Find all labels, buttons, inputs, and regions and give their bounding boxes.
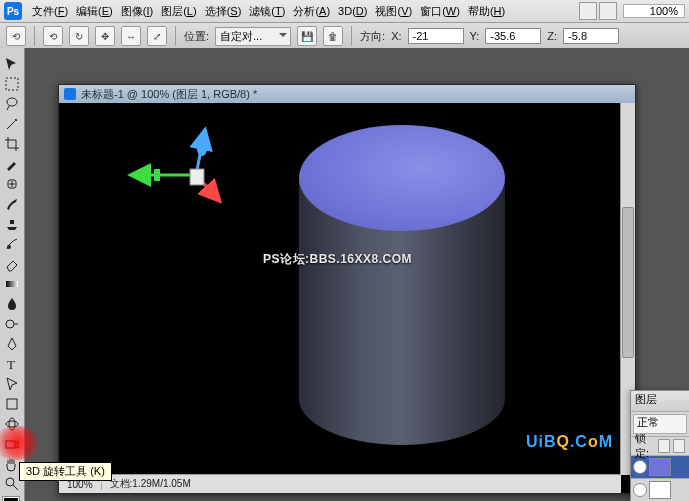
visibility-icon[interactable] — [633, 483, 647, 497]
lock-row: 锁定: — [631, 436, 689, 456]
dodge-tool[interactable] — [1, 314, 23, 333]
x-input[interactable]: -21 — [408, 28, 464, 44]
brush-tool[interactable] — [1, 194, 23, 213]
svg-point-9 — [6, 421, 18, 427]
visibility-icon[interactable] — [633, 460, 647, 474]
document-title: 未标题-1 @ 100% (图层 1, RGB/8) * — [81, 87, 257, 102]
scrollbar-thumb[interactable] — [622, 207, 634, 358]
clone-stamp-tool[interactable] — [1, 214, 23, 233]
menu-edit[interactable]: 编辑(E) — [72, 2, 117, 21]
marquee-tool[interactable] — [1, 74, 23, 93]
canvas[interactable]: PS论坛:BBS.16XX8.COM UiBQ.CoM — [59, 103, 621, 475]
eraser-tool[interactable] — [1, 254, 23, 273]
menu-view[interactable]: 视图(V) — [371, 2, 416, 21]
svg-point-4 — [7, 245, 11, 249]
layers-panel: 图层 正常 锁定: 图层 1 背景 — [630, 390, 689, 501]
path-selection-tool[interactable] — [1, 374, 23, 393]
3d-slide-icon[interactable]: ↔ — [121, 26, 141, 46]
menu-filter[interactable]: 滤镜(T) — [245, 2, 289, 21]
blur-tool[interactable] — [1, 294, 23, 313]
status-bar: 100% 文档:1.29M/1.05M — [59, 474, 621, 493]
delete-preset-icon[interactable]: 🗑 — [323, 26, 343, 46]
svg-point-6 — [6, 320, 14, 328]
crop-tool[interactable] — [1, 134, 23, 153]
svg-rect-0 — [6, 78, 18, 90]
layer-thumbnail — [649, 458, 671, 476]
menu-help[interactable]: 帮助(H) — [464, 2, 509, 21]
svg-point-2 — [15, 119, 17, 121]
active-tool-icon: ⟲ — [6, 26, 26, 46]
svg-point-16 — [197, 142, 207, 156]
svg-rect-18 — [190, 169, 204, 185]
tool-tooltip: 3D 旋转工具 (K) — [19, 462, 112, 481]
z-label: Z: — [547, 30, 557, 42]
pen-tool[interactable] — [1, 334, 23, 353]
svg-point-12 — [6, 478, 14, 486]
menubar: Ps 文件(F) 编辑(E) 图像(I) 图层(L) 选择(S) 滤镜(T) 分… — [0, 0, 689, 23]
save-preset-icon[interactable]: 💾 — [297, 26, 317, 46]
svg-rect-5 — [6, 281, 18, 287]
healing-brush-tool[interactable] — [1, 174, 23, 193]
svg-rect-8 — [7, 399, 17, 409]
brand-watermark: UiBQ.CoM — [526, 433, 613, 451]
type-tool[interactable]: T — [1, 354, 23, 373]
3d-axis-widget[interactable] — [124, 123, 234, 213]
foreground-color-swatch[interactable] — [3, 497, 19, 501]
gradient-tool[interactable] — [1, 274, 23, 293]
x-label: X: — [391, 30, 401, 42]
lock-label: 锁定: — [635, 431, 655, 461]
launch-bridge-icon[interactable] — [579, 2, 597, 20]
3d-scale-icon[interactable]: ⤢ — [147, 26, 167, 46]
history-brush-tool[interactable] — [1, 234, 23, 253]
lasso-tool[interactable] — [1, 94, 23, 113]
watermark-text: PS论坛:BBS.16XX8.COM — [263, 251, 412, 268]
view-extras-icon[interactable] — [599, 2, 617, 20]
svg-rect-11 — [6, 441, 15, 448]
svg-point-1 — [7, 98, 17, 106]
3d-camera-tool[interactable] — [1, 434, 23, 453]
lock-transparency-icon[interactable] — [658, 439, 670, 453]
3d-rotate-tool[interactable] — [1, 414, 23, 433]
layer-row[interactable]: 图层 1 — [631, 456, 689, 479]
3d-pan-icon[interactable]: ✥ — [95, 26, 115, 46]
magic-wand-tool[interactable] — [1, 114, 23, 133]
orientation-label: 方向: — [360, 29, 385, 44]
3d-roll-icon[interactable]: ↻ — [69, 26, 89, 46]
shape-tool[interactable] — [1, 394, 23, 413]
layer-row[interactable]: 背景 — [631, 479, 689, 501]
menu-file[interactable]: 文件(F) — [28, 2, 72, 21]
menu-select[interactable]: 选择(S) — [201, 2, 246, 21]
blend-mode-select[interactable]: 正常 — [633, 414, 687, 434]
document-titlebar[interactable]: 未标题-1 @ 100% (图层 1, RGB/8) * — [59, 85, 635, 104]
svg-rect-14 — [154, 169, 160, 181]
position-mode-select[interactable]: 自定对... — [215, 27, 291, 46]
menu-window[interactable]: 窗口(W) — [416, 2, 464, 21]
layer-thumbnail — [649, 481, 671, 499]
document-icon — [64, 88, 76, 100]
menu-3d[interactable]: 3D(D) — [334, 3, 371, 19]
z-input[interactable]: -5.8 — [563, 28, 619, 44]
status-docsize[interactable]: 文档:1.29M/1.05M — [102, 477, 199, 491]
3d-cylinder[interactable] — [299, 115, 505, 459]
zoom-level-field[interactable]: 100% — [623, 4, 685, 18]
layers-tab[interactable]: 图层 — [631, 391, 689, 412]
color-swatches[interactable] — [0, 497, 24, 501]
document-window: 未标题-1 @ 100% (图层 1, RGB/8) * PS论坛 — [58, 84, 636, 494]
menu-image[interactable]: 图像(I) — [117, 2, 157, 21]
options-bar: ⟲ ⟲ ↻ ✥ ↔ ⤢ 位置: 自定对... 💾 🗑 方向: X: -21 Y:… — [0, 23, 689, 50]
svg-point-10 — [9, 418, 15, 430]
eyedropper-tool[interactable] — [1, 154, 23, 173]
y-input[interactable]: -35.6 — [485, 28, 541, 44]
svg-text:T: T — [7, 357, 15, 372]
workspace: T 3D 旋转工具 (K) 未标题-1 @ 100% (图层 1, RGB/8)… — [0, 48, 689, 501]
3d-rotate-icon[interactable]: ⟲ — [43, 26, 63, 46]
lock-pixels-icon[interactable] — [673, 439, 685, 453]
move-tool[interactable] — [1, 54, 23, 73]
menu-analysis[interactable]: 分析(A) — [289, 2, 334, 21]
menu-layer[interactable]: 图层(L) — [157, 2, 200, 21]
y-label: Y: — [470, 30, 480, 42]
app-icon: Ps — [4, 2, 22, 20]
position-label: 位置: — [184, 29, 209, 44]
toolbox: T — [0, 48, 25, 501]
